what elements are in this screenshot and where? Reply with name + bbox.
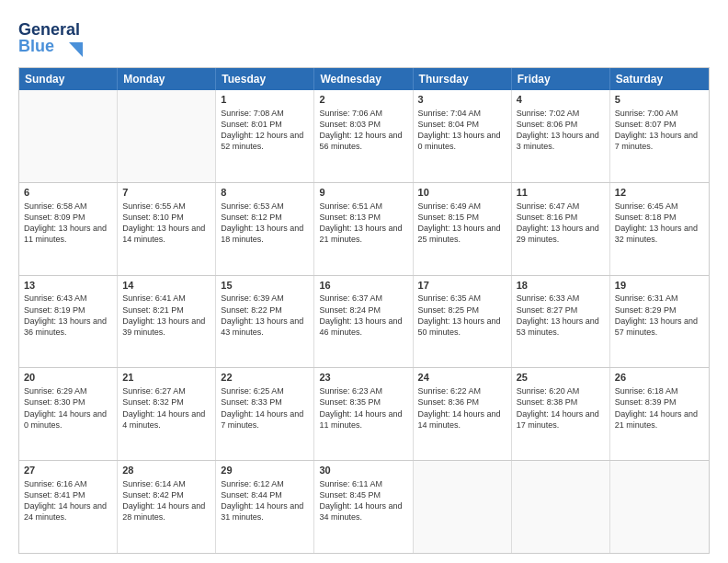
- day-info: Sunrise: 6:18 AM Sunset: 8:39 PM Dayligh…: [615, 385, 704, 431]
- empty-cell: [610, 461, 709, 553]
- day-info: Sunrise: 6:29 AM Sunset: 8:30 PM Dayligh…: [24, 385, 112, 431]
- day-cell-22: 22Sunrise: 6:25 AM Sunset: 8:33 PM Dayli…: [216, 368, 314, 460]
- day-number: 25: [517, 371, 605, 385]
- day-info: Sunrise: 6:58 AM Sunset: 8:09 PM Dayligh…: [24, 201, 112, 246]
- empty-cell: [19, 90, 118, 182]
- day-cell-20: 20Sunrise: 6:29 AM Sunset: 8:30 PM Dayli…: [19, 368, 118, 460]
- logo-icon: General Blue: [18, 17, 83, 58]
- day-cell-23: 23Sunrise: 6:23 AM Sunset: 8:35 PM Dayli…: [314, 368, 413, 460]
- day-number: 21: [122, 371, 210, 385]
- day-info: Sunrise: 7:00 AM Sunset: 8:07 PM Dayligh…: [615, 108, 704, 153]
- page: General Blue SundayMondayTuesdayWednesda…: [0, 0, 728, 563]
- empty-cell: [512, 461, 610, 553]
- day-number: 28: [122, 464, 210, 477]
- empty-cell: [118, 90, 216, 182]
- day-info: Sunrise: 6:37 AM Sunset: 8:24 PM Dayligh…: [319, 293, 407, 338]
- day-info: Sunrise: 7:06 AM Sunset: 8:03 PM Dayligh…: [319, 108, 407, 153]
- day-cell-15: 15Sunrise: 6:39 AM Sunset: 8:22 PM Dayli…: [216, 276, 314, 368]
- day-cell-2: 2Sunrise: 7:06 AM Sunset: 8:03 PM Daylig…: [314, 90, 413, 182]
- day-number: 11: [517, 186, 605, 200]
- day-info: Sunrise: 6:35 AM Sunset: 8:25 PM Dayligh…: [418, 293, 506, 338]
- header-day-wednesday: Wednesday: [314, 68, 413, 90]
- day-cell-30: 30Sunrise: 6:11 AM Sunset: 8:45 PM Dayli…: [314, 461, 413, 553]
- svg-text:Blue: Blue: [18, 37, 54, 55]
- day-cell-11: 11Sunrise: 6:47 AM Sunset: 8:16 PM Dayli…: [512, 183, 610, 275]
- day-cell-17: 17Sunrise: 6:35 AM Sunset: 8:25 PM Dayli…: [414, 276, 512, 368]
- day-number: 6: [24, 186, 112, 200]
- day-info: Sunrise: 6:22 AM Sunset: 8:36 PM Dayligh…: [418, 385, 506, 431]
- day-cell-5: 5Sunrise: 7:00 AM Sunset: 8:07 PM Daylig…: [610, 90, 709, 182]
- week-row-2: 6Sunrise: 6:58 AM Sunset: 8:09 PM Daylig…: [19, 182, 709, 275]
- day-info: Sunrise: 7:04 AM Sunset: 8:04 PM Dayligh…: [418, 108, 506, 153]
- header-day-thursday: Thursday: [414, 68, 512, 90]
- day-number: 7: [122, 186, 210, 200]
- day-info: Sunrise: 6:16 AM Sunset: 8:41 PM Dayligh…: [24, 478, 112, 523]
- day-number: 29: [221, 464, 309, 477]
- header-day-tuesday: Tuesday: [216, 68, 314, 90]
- day-cell-29: 29Sunrise: 6:12 AM Sunset: 8:44 PM Dayli…: [216, 461, 314, 553]
- day-number: 5: [615, 93, 704, 107]
- day-info: Sunrise: 6:12 AM Sunset: 8:44 PM Dayligh…: [221, 478, 309, 523]
- day-info: Sunrise: 6:47 AM Sunset: 8:16 PM Dayligh…: [517, 201, 605, 246]
- day-number: 4: [517, 93, 605, 107]
- day-info: Sunrise: 6:41 AM Sunset: 8:21 PM Dayligh…: [122, 293, 210, 338]
- day-info: Sunrise: 6:23 AM Sunset: 8:35 PM Dayligh…: [319, 385, 407, 431]
- day-number: 20: [24, 371, 112, 385]
- day-cell-8: 8Sunrise: 6:53 AM Sunset: 8:12 PM Daylig…: [216, 183, 314, 275]
- day-cell-4: 4Sunrise: 7:02 AM Sunset: 8:06 PM Daylig…: [512, 90, 610, 182]
- day-cell-1: 1Sunrise: 7:08 AM Sunset: 8:01 PM Daylig…: [216, 90, 314, 182]
- day-cell-19: 19Sunrise: 6:31 AM Sunset: 8:29 PM Dayli…: [610, 276, 709, 368]
- day-cell-16: 16Sunrise: 6:37 AM Sunset: 8:24 PM Dayli…: [314, 276, 413, 368]
- calendar: SundayMondayTuesdayWednesdayThursdayFrid…: [18, 67, 710, 554]
- day-cell-9: 9Sunrise: 6:51 AM Sunset: 8:13 PM Daylig…: [314, 183, 413, 275]
- day-info: Sunrise: 6:53 AM Sunset: 8:12 PM Dayligh…: [221, 201, 309, 246]
- day-number: 18: [517, 279, 605, 293]
- day-cell-28: 28Sunrise: 6:14 AM Sunset: 8:42 PM Dayli…: [118, 461, 216, 553]
- day-info: Sunrise: 6:14 AM Sunset: 8:42 PM Dayligh…: [122, 478, 210, 523]
- day-number: 9: [319, 186, 407, 200]
- header-day-monday: Monday: [118, 68, 216, 90]
- day-info: Sunrise: 7:08 AM Sunset: 8:01 PM Dayligh…: [221, 108, 309, 153]
- day-info: Sunrise: 6:33 AM Sunset: 8:27 PM Dayligh…: [517, 293, 605, 338]
- svg-marker-2: [69, 42, 83, 57]
- header-day-friday: Friday: [512, 68, 610, 90]
- day-info: Sunrise: 6:55 AM Sunset: 8:10 PM Dayligh…: [122, 201, 210, 246]
- day-cell-25: 25Sunrise: 6:20 AM Sunset: 8:38 PM Dayli…: [512, 368, 610, 460]
- day-number: 24: [418, 371, 506, 385]
- day-cell-27: 27Sunrise: 6:16 AM Sunset: 8:41 PM Dayli…: [19, 461, 118, 553]
- week-row-5: 27Sunrise: 6:16 AM Sunset: 8:41 PM Dayli…: [19, 460, 709, 553]
- day-number: 30: [319, 464, 407, 477]
- day-number: 27: [24, 464, 112, 477]
- day-info: Sunrise: 6:45 AM Sunset: 8:18 PM Dayligh…: [615, 201, 704, 246]
- day-number: 17: [418, 279, 506, 293]
- day-info: Sunrise: 6:49 AM Sunset: 8:15 PM Dayligh…: [418, 201, 506, 246]
- day-number: 26: [615, 371, 704, 385]
- day-number: 3: [418, 93, 506, 107]
- day-number: 22: [221, 371, 309, 385]
- calendar-body: 1Sunrise: 7:08 AM Sunset: 8:01 PM Daylig…: [19, 90, 709, 553]
- day-cell-24: 24Sunrise: 6:22 AM Sunset: 8:36 PM Dayli…: [414, 368, 512, 460]
- week-row-4: 20Sunrise: 6:29 AM Sunset: 8:30 PM Dayli…: [19, 367, 709, 460]
- week-row-1: 1Sunrise: 7:08 AM Sunset: 8:01 PM Daylig…: [19, 90, 709, 182]
- day-info: Sunrise: 7:02 AM Sunset: 8:06 PM Dayligh…: [517, 108, 605, 153]
- day-cell-6: 6Sunrise: 6:58 AM Sunset: 8:09 PM Daylig…: [19, 183, 118, 275]
- day-cell-21: 21Sunrise: 6:27 AM Sunset: 8:32 PM Dayli…: [118, 368, 216, 460]
- day-info: Sunrise: 6:31 AM Sunset: 8:29 PM Dayligh…: [615, 293, 704, 338]
- day-info: Sunrise: 6:25 AM Sunset: 8:33 PM Dayligh…: [221, 385, 309, 431]
- day-info: Sunrise: 6:43 AM Sunset: 8:19 PM Dayligh…: [24, 293, 112, 338]
- header-day-sunday: Sunday: [19, 68, 118, 90]
- day-cell-18: 18Sunrise: 6:33 AM Sunset: 8:27 PM Dayli…: [512, 276, 610, 368]
- day-info: Sunrise: 6:11 AM Sunset: 8:45 PM Dayligh…: [319, 478, 407, 523]
- day-number: 16: [319, 279, 407, 293]
- day-cell-3: 3Sunrise: 7:04 AM Sunset: 8:04 PM Daylig…: [414, 90, 512, 182]
- day-number: 8: [221, 186, 309, 200]
- day-number: 19: [615, 279, 704, 293]
- day-number: 15: [221, 279, 309, 293]
- day-info: Sunrise: 6:20 AM Sunset: 8:38 PM Dayligh…: [517, 385, 605, 431]
- day-cell-14: 14Sunrise: 6:41 AM Sunset: 8:21 PM Dayli…: [118, 276, 216, 368]
- day-number: 13: [24, 279, 112, 293]
- day-number: 14: [122, 279, 210, 293]
- day-number: 10: [418, 186, 506, 200]
- day-number: 2: [319, 93, 407, 107]
- day-number: 12: [615, 186, 704, 200]
